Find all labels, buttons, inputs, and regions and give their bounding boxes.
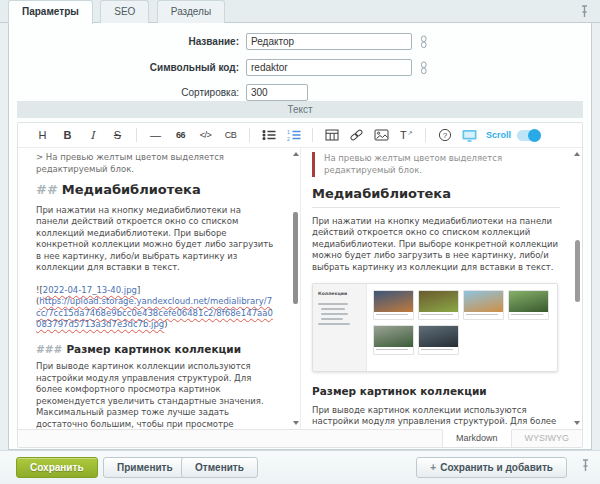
translit-link-icon[interactable]	[418, 61, 429, 75]
source-h3: ###Размер картинок коллекции	[36, 344, 274, 356]
tab-parameters[interactable]: Параметры	[8, 0, 93, 24]
media-library-screenshot: Коллекции	[312, 283, 558, 372]
text-size-icon[interactable]: T↗	[398, 126, 416, 144]
media-caption	[374, 347, 413, 354]
media-thumbnail-grid	[373, 290, 553, 371]
media-tile[interactable]	[418, 325, 459, 355]
cancel-button[interactable]: Отменить	[181, 457, 258, 478]
scroll-up-arrow[interactable]	[574, 152, 580, 156]
preview-scrollbar[interactable]	[574, 148, 582, 431]
field-row-sort: Сортировка:	[9, 84, 591, 102]
media-thumbnail	[464, 291, 503, 312]
media-thumbnail	[419, 291, 458, 312]
media-tile[interactable]	[463, 290, 504, 320]
source-scrollbar[interactable]	[291, 148, 300, 431]
preview-h2: Медиабиблиотека	[312, 188, 560, 208]
field-row-name: Название:	[9, 33, 591, 51]
media-caption	[509, 312, 548, 319]
source-h2: ##Медиабиблиотека	[36, 184, 274, 196]
source-quote-line: > На превью желтым цветом выделяется ред…	[36, 152, 274, 175]
image-name-link[interactable]: 2022-04-17_13-40.jpg	[43, 285, 137, 295]
media-caption	[419, 312, 458, 319]
blockquote-button[interactable]: 66	[172, 126, 190, 144]
toolbar-separator	[249, 128, 250, 142]
svg-text:2: 2	[287, 136, 290, 142]
scroll-down-arrow[interactable]	[293, 421, 299, 425]
source-paragraph: При выводе картинок коллекции используют…	[36, 361, 274, 431]
media-tile[interactable]	[418, 290, 459, 320]
toolbar-separator	[425, 128, 426, 142]
media-tile[interactable]	[373, 325, 414, 355]
image-icon[interactable]	[373, 126, 391, 144]
save-button[interactable]: Сохранить	[16, 457, 98, 478]
tab-seo[interactable]: SEO	[100, 0, 149, 23]
table-icon[interactable]	[323, 126, 341, 144]
name-input[interactable]	[246, 33, 412, 50]
media-dialog-sidebar: Коллекции	[313, 284, 367, 371]
preview-paragraph: При выводе картинок коллекции используют…	[312, 405, 560, 432]
code-block-button[interactable]: CB	[222, 126, 240, 144]
translit-link-icon[interactable]	[418, 35, 429, 49]
editor-mode-bar: Markdown WYSIWYG	[18, 429, 582, 447]
italic-button[interactable]: I	[84, 126, 102, 144]
bold-button[interactable]: B	[59, 126, 77, 144]
preview-paragraph: При нажатии на кнопку медиабиблиотеки на…	[312, 216, 560, 274]
section-title: Текст	[287, 104, 312, 115]
scrollbar-thumb[interactable]	[293, 212, 298, 304]
media-thumbnail	[509, 291, 548, 312]
pin-icon[interactable]	[580, 459, 591, 472]
preview-h3: Размер картинок коллекции	[312, 386, 560, 398]
code-label: Символьный код:	[9, 59, 239, 77]
toolbar-separator	[312, 128, 313, 142]
scroll-toggle[interactable]	[517, 130, 541, 141]
markdown-editor: H B I S — 66 </> CB 12	[17, 122, 583, 448]
image-url-link[interactable]: https://upload.storage.yandexcloud.net/m…	[36, 296, 273, 329]
media-thumbnail	[374, 326, 413, 347]
inline-code-button[interactable]: </>	[197, 126, 215, 144]
link-icon[interactable]	[348, 126, 366, 144]
scrollbar-thumb[interactable]	[575, 240, 580, 302]
markdown-source-pane[interactable]: > На превью желтым цветом выделяется ред…	[18, 148, 301, 431]
help-icon[interactable]: ?	[436, 126, 454, 144]
name-label: Название:	[9, 33, 239, 51]
source-paragraph: При нажатии на кнопку медиабиблиотеки на…	[36, 205, 274, 274]
strikethrough-button[interactable]: S	[109, 126, 127, 144]
svg-text:?: ?	[442, 131, 447, 140]
tab-markdown[interactable]: Markdown	[442, 429, 512, 447]
pin-icon[interactable]	[579, 5, 590, 18]
source-image-link: ![2022-04-17_13-40.jpg](https://upload.s…	[36, 285, 274, 331]
toolbar-separator	[136, 128, 137, 142]
scroll-down-arrow[interactable]	[574, 421, 580, 425]
preview-pane: На превью желтым цветом выделяется редак…	[302, 148, 584, 431]
apply-button[interactable]: Применить	[103, 457, 187, 478]
scroll-label: Scroll	[486, 130, 511, 140]
fullscreen-monitor-icon[interactable]	[461, 126, 479, 144]
code-input[interactable]	[246, 59, 412, 76]
preview-blockquote: На превью желтым цветом выделяется редак…	[312, 152, 560, 177]
media-caption	[374, 312, 413, 319]
save-and-add-button[interactable]: +Сохранить и добавить	[416, 457, 567, 478]
editor-toolbar: H B I S — 66 </> CB 12	[18, 123, 582, 148]
bullet-list-icon[interactable]	[260, 126, 278, 144]
tab-wysiwyg[interactable]: WYSIWYG	[512, 430, 583, 448]
media-sidebar-title: Коллекции	[318, 288, 366, 300]
plus-icon: +	[430, 462, 436, 473]
form-tabbar: Параметры SEO Разделы	[0, 0, 600, 23]
bitrix-edit-page: Параметры SEO Разделы Название: Символьн…	[0, 0, 600, 484]
media-caption	[464, 312, 503, 319]
numbered-list-icon[interactable]: 12	[285, 126, 303, 144]
media-caption	[419, 347, 458, 354]
sort-label: Сортировка:	[9, 84, 239, 102]
section-header-text: Текст	[17, 101, 583, 118]
media-thumbnail	[419, 326, 458, 347]
sort-input[interactable]	[246, 84, 308, 101]
toggle-knob	[528, 129, 541, 142]
media-thumbnail	[374, 291, 413, 312]
media-tile[interactable]	[373, 290, 414, 320]
heading-button[interactable]: H	[34, 126, 52, 144]
tab-sections[interactable]: Разделы	[157, 0, 225, 23]
horizontal-rule-button[interactable]: —	[147, 126, 165, 144]
scroll-up-arrow[interactable]	[293, 152, 299, 156]
form-panel: Название: Символьный код: Сортировка: Те…	[8, 23, 592, 450]
media-tile[interactable]	[508, 290, 549, 320]
